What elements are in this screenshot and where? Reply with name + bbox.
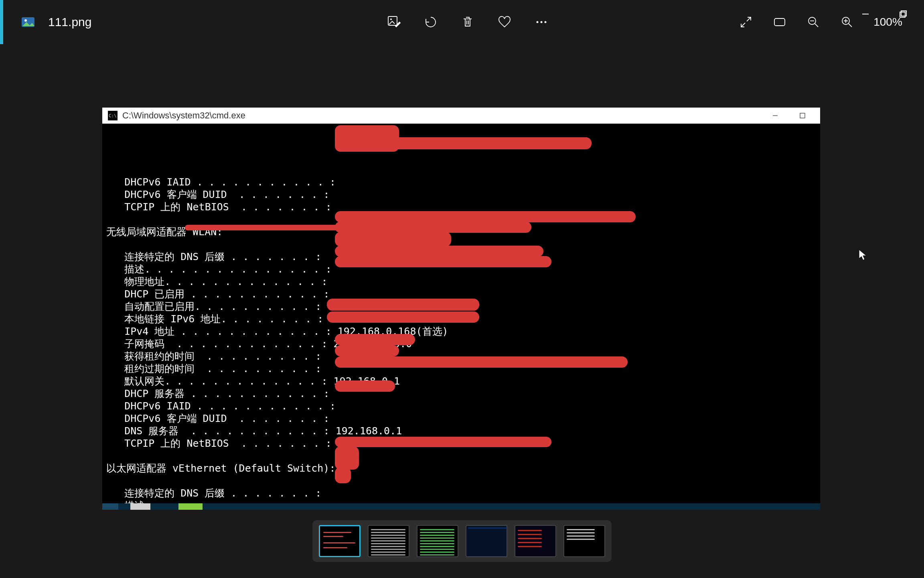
cmd-output-line: DNS 服务器 . . . . . . . . . . . : 192.168.… [106,425,816,437]
zoom-out-button[interactable] [804,13,822,31]
more-options-button[interactable] [533,13,550,31]
redaction-mark [185,225,345,230]
redaction-mark [327,311,479,323]
svg-rect-7 [774,18,785,26]
cmd-output-line: DHCPv6 IAID . . . . . . . . . . . : [106,400,816,412]
edit-image-button[interactable] [385,13,403,31]
redaction-mark [335,467,351,483]
mouse-cursor-icon [858,249,867,261]
thumbnail-item[interactable] [417,525,458,557]
thumbnail-item[interactable] [515,525,556,557]
app-icon [20,14,36,30]
image-viewport[interactable]: C:\ C:\Windows\system32\cmd.exe DHCPv6 I… [102,108,820,510]
cmd-output-line: DHCPv6 客户端 DUID . . . . . . . : [106,188,816,201]
cmd-output-line: DHCPv6 客户端 DUID . . . . . . . : [106,412,816,425]
window-controls [857,0,912,28]
cmd-output-line [106,474,816,487]
svg-rect-11 [900,12,905,17]
svg-rect-10 [901,11,906,16]
delete-button[interactable] [459,13,476,31]
cmd-output-line [106,450,816,462]
redaction-mark [335,211,636,222]
svg-point-4 [537,21,539,23]
redaction-mark [335,437,551,447]
app-toolbar: 111.png 100% [0,0,924,44]
cmd-window-controls [771,112,815,120]
thumbnail-filmstrip [312,520,612,562]
window-restore-button[interactable] [894,5,912,23]
window-minimize-button[interactable] [857,5,874,23]
cmd-output-area: DHCPv6 IAID . . . . . . . . . . . : DHCP… [102,124,820,503]
redaction-mark [335,222,531,233]
cmd-maximize-icon [798,112,806,120]
cmd-minimize-icon [771,112,779,120]
cmd-output-line: 描述. . . . . . . . . . . . . . . : [106,499,816,503]
svg-point-6 [545,21,547,23]
thumbnail-item[interactable] [466,525,507,557]
thumbnail-item[interactable] [368,525,409,557]
favorite-button[interactable] [496,13,513,31]
thumbnail-item[interactable] [319,525,361,557]
redaction-mark [335,345,399,356]
cmd-output-line: 连接特定的 DNS 后缀 . . . . . . . : [106,487,816,499]
screenshot-taskbar-sliver [102,503,820,510]
cmd-window-titlebar: C:\ C:\Windows\system32\cmd.exe [102,108,820,124]
fullscreen-button[interactable] [737,13,755,31]
cmd-output-line: 以太网适配器 vEthernet (Default Switch): [106,462,816,474]
svg-rect-12 [800,113,805,118]
svg-point-5 [541,21,543,23]
cmd-output-line: DHCP 服务器 . . . . . . . . . . . : [106,387,816,400]
toolbar-center-group [385,13,550,31]
cmd-output-line: DHCPv6 IAID . . . . . . . . . . . : [106,176,816,188]
redaction-mark [335,256,551,267]
redaction-mark [335,356,628,368]
fit-to-window-button[interactable] [771,13,788,31]
file-name-label: 111.png [48,15,91,29]
svg-point-1 [24,19,27,22]
cmd-output-line: 物理地址. . . . . . . . . . . . . : [106,275,816,288]
cmd-output-line: IPv4 地址 . . . . . . . . . . . . : 192.16… [106,325,816,338]
redaction-mark [335,137,592,149]
cmd-window-title: C:\Windows\system32\cmd.exe [122,110,245,121]
redaction-mark [335,232,451,246]
cmd-window-icon: C:\ [108,111,118,120]
zoom-in-button[interactable] [838,13,856,31]
svg-point-3 [390,18,392,20]
redaction-mark [335,334,415,345]
rotate-button[interactable] [422,13,440,31]
redaction-mark [335,381,395,392]
thumbnail-item[interactable] [563,525,605,557]
cmd-output-line: 子网掩码 . . . . . . . . . . . . : 255.255.2… [106,338,816,350]
redaction-mark [335,446,359,470]
cmd-output-line: 默认网关. . . . . . . . . . . . . : 192.168.… [106,375,816,387]
redaction-mark [327,299,479,311]
redaction-mark [335,246,543,257]
